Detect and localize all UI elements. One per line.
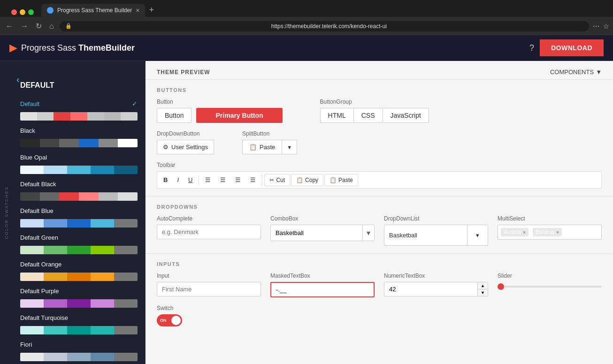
paste-button[interactable]: 📋 Paste: [324, 174, 358, 186]
tag-close-austria[interactable]: ×: [523, 230, 526, 235]
components-toggle-button[interactable]: COMPONENTS ▼: [550, 68, 602, 76]
forward-button[interactable]: →: [19, 20, 30, 32]
tab-favicon: [47, 7, 54, 14]
theme-name-default-turquoise: Default Turquoise: [20, 314, 68, 321]
button-group-column: ButtonGroup HTML CSS JavaScript: [320, 99, 429, 123]
slider-handle[interactable]: [498, 283, 504, 290]
bold-button[interactable]: B: [159, 174, 172, 186]
underline-button[interactable]: U: [184, 174, 197, 186]
new-tab-button[interactable]: +: [145, 3, 158, 17]
paste-icon: 📋: [329, 177, 337, 183]
download-button[interactable]: DOWNLOAD: [540, 39, 604, 56]
theme-name-default: Default: [20, 100, 39, 107]
dropdownlist-arrow[interactable]: ▾: [467, 225, 488, 245]
align-right-button[interactable]: ☰: [231, 174, 245, 186]
back-button[interactable]: ←: [4, 20, 15, 32]
autocomplete-input[interactable]: [157, 225, 261, 239]
address-bar: ← → ↻ ⌂ 🔒 https://themebuilder.telerik.c…: [0, 17, 613, 35]
align-center-button[interactable]: ☰: [216, 174, 230, 186]
split-button-main[interactable]: 📋 Paste: [242, 140, 282, 154]
swatch-default: [20, 112, 138, 121]
toolbar: B I U ☰ ☰ ☰ ☰ ✂ Cut �: [157, 171, 602, 189]
italic-button[interactable]: I: [173, 174, 183, 186]
home-button[interactable]: ⌂: [47, 20, 56, 32]
theme-item-blue-opal[interactable]: Blue Opal: [16, 151, 141, 164]
spinner-down-button[interactable]: ▼: [478, 289, 488, 296]
button-column: Button Button Primary Button: [157, 99, 283, 123]
align-justify-button[interactable]: ☰: [246, 174, 260, 186]
default-button[interactable]: Button: [157, 108, 192, 123]
swatch-default-purple: [20, 299, 138, 308]
app-header: ▶ Progress Sass ThemeBuilder ? DOWNLOAD: [0, 35, 613, 61]
theme-item-default-blue[interactable]: Default Blue: [16, 205, 141, 217]
bookmark-button[interactable]: ☆: [603, 23, 609, 30]
switch-track[interactable]: ON: [157, 314, 182, 326]
combobox-arrow[interactable]: ▾: [362, 225, 374, 241]
tag-label-austria: Austria: [504, 229, 521, 235]
theme-item-fiori[interactable]: Fiori: [16, 338, 141, 351]
spinner-up-button[interactable]: ▲: [478, 282, 488, 289]
dropdown-button[interactable]: ⚙ User Settings: [157, 140, 214, 154]
theme-item-black[interactable]: Black: [16, 124, 141, 137]
swatch-default-orange: [20, 273, 138, 281]
slider[interactable]: [498, 282, 602, 288]
switch-thumb: [171, 316, 181, 325]
browser-chrome: Progress Sass Theme Builder × + ← → ↻ ⌂ …: [0, 0, 613, 35]
extensions-button[interactable]: ⋯: [593, 23, 599, 30]
tag-close-belarus[interactable]: ×: [556, 230, 559, 235]
sidebar-toggle-button[interactable]: ‹: [16, 74, 20, 85]
swatch-default-black: [20, 192, 138, 201]
numeric-textbox[interactable]: ▲ ▼: [384, 282, 488, 296]
split-button: 📋 Paste ▼: [242, 140, 297, 154]
switch[interactable]: ON: [157, 314, 602, 326]
masked-input[interactable]: [270, 282, 375, 297]
theme-name-black: Black: [20, 127, 35, 134]
combobox[interactable]: ▾: [270, 225, 375, 241]
theme-name-default-orange: Default Orange: [20, 261, 61, 268]
split-button-arrow[interactable]: ▼: [282, 140, 297, 154]
multiselect-tag-austria: Austria ×: [501, 228, 529, 236]
components-label: COMPONENTS: [550, 68, 594, 76]
close-window-button[interactable]: [11, 9, 17, 15]
theme-item-default-turquoise[interactable]: Default Turquoise: [16, 311, 141, 324]
align-left-button[interactable]: ☰: [201, 174, 215, 186]
chevron-down-icon-combo: ▾: [367, 228, 370, 237]
multiselect[interactable]: Austria × Belarus ×: [498, 225, 602, 240]
split-button-column: SplitButton 📋 Paste ▼: [242, 130, 297, 154]
reload-button[interactable]: ↻: [34, 20, 44, 32]
theme-item-default[interactable]: Default ✓: [16, 97, 141, 110]
javascript-button[interactable]: JavaScript: [383, 108, 429, 123]
numeric-label: NumericTextBox: [384, 273, 488, 279]
theme-item-default-orange[interactable]: Default Orange: [16, 258, 141, 271]
css-button[interactable]: CSS: [353, 108, 383, 123]
maximize-window-button[interactable]: [28, 9, 34, 15]
swatch-default-green: [20, 246, 138, 254]
dropdowns-grid: AutoComplete ComboBox ▾: [157, 215, 602, 246]
minimize-window-button[interactable]: [20, 9, 25, 15]
help-button[interactable]: ?: [529, 43, 534, 53]
toolbar-separator-2: [262, 175, 262, 185]
theme-item-default-purple[interactable]: Default Purple: [16, 285, 141, 297]
html-button[interactable]: HTML: [320, 108, 353, 123]
dropdownlist[interactable]: Basketball ▾: [384, 225, 488, 246]
theme-item-default-green[interactable]: Default Green: [16, 231, 141, 244]
numeric-input[interactable]: [384, 282, 477, 296]
swatch-black: [20, 139, 138, 147]
url-bar[interactable]: 🔒 https://themebuilder.telerik.com/kendo…: [60, 21, 589, 31]
app: ▶ Progress Sass ThemeBuilder ? DOWNLOAD …: [0, 35, 613, 364]
cut-button[interactable]: ✂ Cut: [264, 174, 290, 186]
primary-button[interactable]: Primary Button: [196, 108, 282, 123]
dropdownlist-value: Basketball: [384, 228, 467, 242]
chevron-down-icon-ddl: ▾: [471, 228, 484, 242]
active-tab[interactable]: Progress Sass Theme Builder ×: [41, 4, 145, 17]
tab-close-button[interactable]: ×: [136, 7, 139, 14]
sidebar-vertical-label: COLOR SWATCHES: [0, 61, 13, 364]
combobox-input[interactable]: [271, 225, 362, 241]
combobox-label: ComboBox: [270, 215, 375, 222]
theme-name-default-green: Default Green: [20, 234, 58, 241]
copy-button[interactable]: 📋 Copy: [291, 174, 323, 186]
text-input[interactable]: [157, 282, 261, 296]
slider-track[interactable]: [498, 286, 602, 288]
theme-item-default-black[interactable]: Default Black: [16, 178, 141, 190]
paste-label: Paste: [338, 177, 353, 183]
